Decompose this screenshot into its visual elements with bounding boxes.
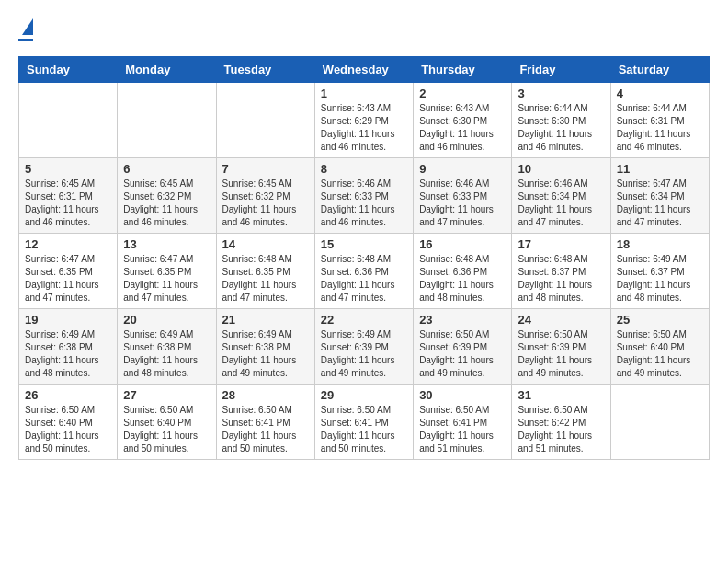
day-info: Sunrise: 6:47 AM Sunset: 6:35 PM Dayligh… [123,253,210,304]
day-number: 2 [419,86,506,100]
calendar-cell [118,83,216,158]
day-number: 6 [123,162,210,176]
day-number: 25 [617,313,703,327]
day-info: Sunrise: 6:48 AM Sunset: 6:36 PM Dayligh… [321,253,407,304]
calendar-cell [610,385,709,460]
day-number: 10 [518,162,604,176]
calendar-cell [216,83,314,158]
calendar-cell: 12Sunrise: 6:47 AM Sunset: 6:35 PM Dayli… [19,234,118,309]
day-number: 31 [518,388,604,402]
day-info: Sunrise: 6:46 AM Sunset: 6:33 PM Dayligh… [419,178,506,229]
day-number: 8 [321,162,407,176]
calendar-cell: 30Sunrise: 6:50 AM Sunset: 6:41 PM Dayli… [414,385,512,460]
day-number: 12 [25,237,111,251]
day-info: Sunrise: 6:50 AM Sunset: 6:39 PM Dayligh… [419,328,506,380]
calendar-cell: 7Sunrise: 6:45 AM Sunset: 6:32 PM Daylig… [216,158,314,234]
day-number: 9 [419,162,506,176]
day-number: 1 [321,86,407,100]
day-info: Sunrise: 6:46 AM Sunset: 6:33 PM Dayligh… [321,178,407,229]
calendar-cell: 31Sunrise: 6:50 AM Sunset: 6:42 PM Dayli… [512,385,610,460]
day-number: 20 [123,313,210,327]
day-info: Sunrise: 6:48 AM Sunset: 6:36 PM Dayligh… [419,253,506,304]
calendar-cell: 2Sunrise: 6:43 AM Sunset: 6:30 PM Daylig… [414,83,512,158]
calendar-cell: 21Sunrise: 6:49 AM Sunset: 6:38 PM Dayli… [216,309,314,385]
day-info: Sunrise: 6:50 AM Sunset: 6:41 PM Dayligh… [419,404,506,455]
day-info: Sunrise: 6:50 AM Sunset: 6:41 PM Dayligh… [222,404,309,455]
day-info: Sunrise: 6:50 AM Sunset: 6:41 PM Dayligh… [321,404,407,455]
calendar-cell: 10Sunrise: 6:46 AM Sunset: 6:34 PM Dayli… [512,158,610,234]
calendar-header-row: SundayMondayTuesdayWednesdayThursdayFrid… [19,57,710,83]
day-number: 5 [25,162,111,176]
day-number: 21 [222,313,309,327]
calendar-cell: 6Sunrise: 6:45 AM Sunset: 6:32 PM Daylig… [118,158,216,234]
calendar-week-row: 5Sunrise: 6:45 AM Sunset: 6:31 PM Daylig… [19,158,710,234]
calendar-table: SundayMondayTuesdayWednesdayThursdayFrid… [18,56,710,460]
logo-underline [18,39,33,41]
calendar-cell: 4Sunrise: 6:44 AM Sunset: 6:31 PM Daylig… [610,83,709,158]
calendar-cell: 14Sunrise: 6:48 AM Sunset: 6:35 PM Dayli… [216,234,314,309]
calendar-cell: 20Sunrise: 6:49 AM Sunset: 6:38 PM Dayli… [118,309,216,385]
day-number: 26 [25,388,111,402]
day-info: Sunrise: 6:49 AM Sunset: 6:38 PM Dayligh… [222,328,309,380]
weekday-header: Tuesday [216,57,314,83]
day-number: 19 [25,313,111,327]
day-info: Sunrise: 6:44 AM Sunset: 6:31 PM Dayligh… [617,102,703,154]
logo [18,18,33,41]
calendar-cell: 23Sunrise: 6:50 AM Sunset: 6:39 PM Dayli… [414,309,512,385]
page-header [18,18,710,41]
calendar-cell: 29Sunrise: 6:50 AM Sunset: 6:41 PM Dayli… [314,385,413,460]
calendar-cell: 22Sunrise: 6:49 AM Sunset: 6:39 PM Dayli… [314,309,413,385]
day-info: Sunrise: 6:48 AM Sunset: 6:37 PM Dayligh… [518,253,604,304]
calendar-cell: 18Sunrise: 6:49 AM Sunset: 6:37 PM Dayli… [610,234,709,309]
day-number: 13 [123,237,210,251]
day-info: Sunrise: 6:43 AM Sunset: 6:30 PM Dayligh… [419,102,506,154]
day-info: Sunrise: 6:45 AM Sunset: 6:31 PM Dayligh… [25,178,111,229]
day-number: 7 [222,162,309,176]
calendar-cell: 25Sunrise: 6:50 AM Sunset: 6:40 PM Dayli… [610,309,709,385]
calendar-cell: 24Sunrise: 6:50 AM Sunset: 6:39 PM Dayli… [512,309,610,385]
day-number: 22 [321,313,407,327]
day-info: Sunrise: 6:49 AM Sunset: 6:37 PM Dayligh… [617,253,703,304]
day-number: 23 [419,313,506,327]
day-number: 30 [419,388,506,402]
day-number: 24 [518,313,604,327]
calendar-week-row: 1Sunrise: 6:43 AM Sunset: 6:29 PM Daylig… [19,83,710,158]
day-info: Sunrise: 6:49 AM Sunset: 6:38 PM Dayligh… [123,328,210,380]
day-number: 3 [518,86,604,100]
calendar-week-row: 12Sunrise: 6:47 AM Sunset: 6:35 PM Dayli… [19,234,710,309]
day-number: 17 [518,237,604,251]
day-info: Sunrise: 6:44 AM Sunset: 6:30 PM Dayligh… [518,102,604,154]
calendar-cell: 9Sunrise: 6:46 AM Sunset: 6:33 PM Daylig… [414,158,512,234]
calendar-cell: 28Sunrise: 6:50 AM Sunset: 6:41 PM Dayli… [216,385,314,460]
day-info: Sunrise: 6:49 AM Sunset: 6:39 PM Dayligh… [321,328,407,380]
day-number: 29 [321,388,407,402]
weekday-header: Sunday [19,57,118,83]
day-info: Sunrise: 6:50 AM Sunset: 6:40 PM Dayligh… [617,328,703,380]
day-info: Sunrise: 6:50 AM Sunset: 6:40 PM Dayligh… [25,404,111,455]
calendar-cell [19,83,118,158]
day-info: Sunrise: 6:50 AM Sunset: 6:40 PM Dayligh… [123,404,210,455]
day-number: 18 [617,237,703,251]
calendar-cell: 5Sunrise: 6:45 AM Sunset: 6:31 PM Daylig… [19,158,118,234]
logo-triangle-icon [22,18,33,35]
day-info: Sunrise: 6:47 AM Sunset: 6:34 PM Dayligh… [617,178,703,229]
day-number: 15 [321,237,407,251]
weekday-header: Thursday [414,57,512,83]
calendar-cell: 1Sunrise: 6:43 AM Sunset: 6:29 PM Daylig… [314,83,413,158]
weekday-header: Wednesday [314,57,413,83]
day-info: Sunrise: 6:50 AM Sunset: 6:39 PM Dayligh… [518,328,604,380]
weekday-header: Saturday [610,57,709,83]
calendar-cell: 15Sunrise: 6:48 AM Sunset: 6:36 PM Dayli… [314,234,413,309]
weekday-header: Friday [512,57,610,83]
day-info: Sunrise: 6:45 AM Sunset: 6:32 PM Dayligh… [222,178,309,229]
calendar-cell: 16Sunrise: 6:48 AM Sunset: 6:36 PM Dayli… [414,234,512,309]
calendar-cell: 26Sunrise: 6:50 AM Sunset: 6:40 PM Dayli… [19,385,118,460]
calendar-cell: 11Sunrise: 6:47 AM Sunset: 6:34 PM Dayli… [610,158,709,234]
day-info: Sunrise: 6:43 AM Sunset: 6:29 PM Dayligh… [321,102,407,154]
calendar-cell: 17Sunrise: 6:48 AM Sunset: 6:37 PM Dayli… [512,234,610,309]
day-number: 28 [222,388,309,402]
calendar-week-row: 19Sunrise: 6:49 AM Sunset: 6:38 PM Dayli… [19,309,710,385]
day-info: Sunrise: 6:45 AM Sunset: 6:32 PM Dayligh… [123,178,210,229]
day-info: Sunrise: 6:50 AM Sunset: 6:42 PM Dayligh… [518,404,604,455]
day-number: 14 [222,237,309,251]
